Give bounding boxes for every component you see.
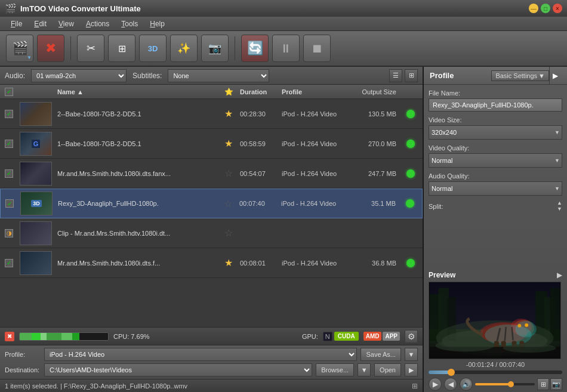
row-status <box>399 259 423 267</box>
split-up-arrow[interactable]: ▲ <box>557 200 562 206</box>
thumbnail-image <box>20 221 52 245</box>
row-star[interactable]: ☆ <box>220 227 238 239</box>
row-filename: Rexy_3D-Anagliph_FullHD-1080p. <box>54 200 219 207</box>
row-duration: 00:07:40 <box>237 200 279 207</box>
basic-settings-button[interactable]: Basic Settings ▼ <box>491 70 549 81</box>
3d-button[interactable]: 3D <box>139 35 167 62</box>
video-size-select[interactable]: 320x240 640x480 1280x720 1920x1080 <box>429 125 562 140</box>
file-name-input[interactable] <box>429 98 562 112</box>
menu-actions[interactable]: Actions <box>80 18 115 29</box>
title-bar: 🎬 ImTOO Video Converter Ultimate — □ × <box>0 0 567 17</box>
status-detail-icon[interactable]: ⊞ <box>412 382 418 390</box>
row-size: 36.8 MB <box>351 260 399 267</box>
rewind-button[interactable]: ◀ <box>444 378 457 391</box>
menu-file[interactable]: File <box>5 18 28 29</box>
row-profile: iPod - H.264 Video <box>279 260 351 267</box>
header-duration[interactable]: Duration <box>238 88 279 95</box>
row-checkbox[interactable]: ✓ <box>1 199 19 208</box>
browse-button[interactable]: Browse... <box>316 363 354 376</box>
profile-panel-title: Profile <box>430 71 491 80</box>
browse-dropdown-button[interactable]: ▼ <box>358 363 371 376</box>
seek-thumb[interactable] <box>448 369 455 376</box>
select-all-checkbox[interactable]: ✓ <box>5 88 13 96</box>
row-star[interactable]: ☆ <box>219 198 237 209</box>
audio-select[interactable]: 01 wma9-2ch <box>31 69 127 82</box>
volume-thumb[interactable] <box>508 381 514 387</box>
close-button[interactable]: × <box>553 4 562 13</box>
audio-quality-select[interactable]: Normal High Low Best <box>429 181 562 196</box>
subtitles-select[interactable]: None <box>168 69 269 82</box>
menu-tools[interactable]: Tools <box>115 18 144 29</box>
table-row[interactable]: ✓ G 1--Babe-1080I-7GB-2-DD5.1 ★ 00:58:59… <box>0 129 423 159</box>
profile-settings-scroll[interactable]: File Name: Video Size: 320x240 640x480 1… <box>424 85 567 267</box>
maximize-button[interactable]: □ <box>541 4 550 13</box>
preview-title: Preview <box>429 271 557 279</box>
play-button[interactable]: ▶ <box>429 378 442 391</box>
row-checkbox[interactable]: ✓ <box>0 140 18 148</box>
split-arrows[interactable]: ▲ ▼ <box>557 200 562 212</box>
volume-slider[interactable] <box>475 383 535 385</box>
settings-gear-button[interactable]: ⚙ <box>405 330 418 343</box>
row-status <box>399 169 423 178</box>
settings-dropdown-icon: ▼ <box>538 72 545 79</box>
seek-bar[interactable] <box>429 371 562 374</box>
save-as-button[interactable]: Save As... <box>360 348 401 361</box>
progress-seg-5 <box>61 333 72 340</box>
merge-button[interactable]: ⊞ <box>108 35 135 62</box>
volume-button[interactable]: 🔊 <box>460 378 473 391</box>
table-row[interactable]: ✓ Mr.and.Mrs.Smith.hdtv.1080i.dts.f... ★… <box>0 248 423 278</box>
preview-svg <box>429 282 560 359</box>
stop-button[interactable]: ⏹ <box>303 35 331 62</box>
row-star[interactable]: ★ <box>220 108 238 119</box>
view-grid-btn[interactable]: ⊞ <box>405 69 418 82</box>
menu-edit[interactable]: Edit <box>28 18 53 29</box>
cancel-progress-button[interactable]: ✖ <box>5 332 14 341</box>
header-name[interactable]: Name ▲ <box>54 88 220 95</box>
row-star[interactable]: ★ <box>220 257 238 268</box>
destination-select[interactable]: C:\Users\AMD-tester\Videos <box>44 363 312 376</box>
table-row[interactable]: ✓ Mr.and.Mrs.Smith.hdtv.1080i.dts.fanx..… <box>0 159 423 189</box>
fullscreen-button[interactable]: ⊞ <box>537 378 549 390</box>
video-quality-select[interactable]: Normal High Low Best <box>429 153 562 168</box>
table-row[interactable]: ◑ Clip - Mr.and.Mrs.Smith.hdtv.1080i.dt.… <box>0 218 423 248</box>
row-star[interactable]: ★ <box>220 138 238 149</box>
open-button[interactable]: Open <box>374 363 401 376</box>
remove-button[interactable]: ✖ <box>37 35 64 62</box>
row-star[interactable]: ☆ <box>220 168 238 179</box>
header-star: ⭐ <box>220 88 238 96</box>
edit-button[interactable]: ✂ <box>77 35 104 62</box>
header-profile[interactable]: Profile <box>279 88 351 95</box>
thumbnail-image <box>20 102 52 126</box>
row-thumbnail <box>18 249 54 277</box>
expand-panel-button[interactable]: ▶ <box>549 67 561 84</box>
toolbar-separator-1 <box>70 36 71 60</box>
row-size: 130.5 MB <box>351 110 399 118</box>
3d-badge: 3D <box>31 200 42 207</box>
snapshot-preview-button[interactable]: 📷 <box>550 378 562 390</box>
table-row[interactable]: ✓ 2--Babe-1080I-7GB-2-DD5.1 ★ 00:28:30 i… <box>0 99 423 129</box>
menu-view[interactable]: View <box>53 18 80 29</box>
split-down-arrow[interactable]: ▼ <box>557 206 562 212</box>
add-video-button[interactable]: 🎬 <box>6 35 33 62</box>
convert-button[interactable]: 🔄 <box>241 35 269 62</box>
header-check[interactable]: ✓ <box>0 88 18 96</box>
file-list[interactable]: ✓ Name ▲ ⭐ Duration Profile Output Size … <box>0 85 423 327</box>
row-checkbox[interactable]: ◑ <box>0 229 18 237</box>
preview-video <box>429 282 561 359</box>
preview-expand-button[interactable]: ▶ <box>557 271 562 279</box>
menu-help[interactable]: Help <box>144 18 171 29</box>
table-row[interactable]: ✓ 3D Rexy_3D-Anagliph_FullHD-1080p. ☆ 00… <box>0 189 423 218</box>
minimize-button[interactable]: — <box>529 4 538 13</box>
pause-button[interactable]: ⏸ <box>272 35 300 62</box>
arrow-right-button[interactable]: ▶ <box>405 363 418 376</box>
view-list-btn[interactable]: ☰ <box>389 69 402 82</box>
effects-button[interactable]: ✨ <box>170 35 198 62</box>
left-panel: Audio: 01 wma9-2ch Subtitles: None ☰ ⊞ ✓… <box>0 67 424 392</box>
snapshot-button[interactable]: 📷 <box>201 35 229 62</box>
progress-track <box>19 332 109 341</box>
profile-select[interactable]: iPod - H.264 Video <box>44 348 357 361</box>
row-checkbox[interactable]: ✓ <box>0 259 18 267</box>
profile-options-button[interactable]: ▼ <box>405 348 418 361</box>
row-checkbox[interactable]: ✓ <box>0 169 18 178</box>
row-checkbox[interactable]: ✓ <box>0 110 18 118</box>
